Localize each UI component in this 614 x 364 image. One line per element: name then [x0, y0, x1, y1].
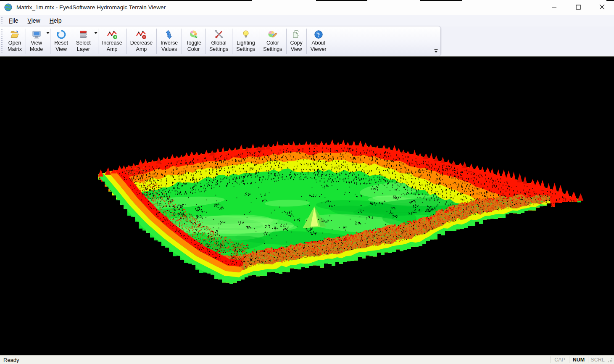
toolbar-separator [156, 29, 157, 54]
screen-edge-artifact [0, 0, 252, 1]
status-indicator-cap: CAP [550, 356, 569, 363]
about-viewer-icon: ? [314, 29, 324, 40]
decrease-amp-icon [136, 29, 147, 40]
minimize-button[interactable] [542, 0, 566, 15]
open-matrix-button[interactable]: OpenMatrix [4, 26, 25, 56]
toolbar-separator [232, 29, 232, 54]
toolbar-button-label: Settings [263, 46, 282, 53]
maximize-icon [576, 4, 581, 11]
inverse-values-button[interactable]: InverseValues [157, 26, 181, 56]
status-indicators: CAPNUMSCRL [550, 356, 614, 364]
menu-items: FileViewHelp [4, 16, 66, 26]
global-settings-icon [214, 29, 224, 40]
menu-item-help[interactable]: Help [45, 16, 66, 26]
window-title: Matrix_1m.mtx - Eye4Software Hydromagic … [16, 4, 166, 11]
copy-view-button[interactable]: CopyView [287, 26, 306, 56]
status-indicator-num: NUM [569, 356, 588, 363]
toolbar-button-label: Matrix [8, 46, 22, 53]
toolbar-button-label: Mode [30, 46, 43, 53]
toolbar-button-label: Amp [107, 46, 118, 53]
menu-item-view[interactable]: View [23, 16, 45, 26]
lighting-settings-icon [241, 29, 251, 40]
lighting-settings-button[interactable]: LightingSettings [233, 26, 258, 56]
toolbar-button-label: Global [211, 40, 227, 46]
toolbar-separator [26, 29, 26, 54]
resize-grip-icon[interactable] [607, 356, 614, 364]
minimize-icon [552, 4, 557, 11]
toolbar-button-label: View [55, 46, 67, 53]
toggle-color-button[interactable]: ToggleColor [182, 26, 205, 56]
maximize-button[interactable] [566, 0, 590, 15]
toolbar-separator [182, 29, 182, 54]
view-mode-icon [32, 29, 42, 40]
toolbar-button-label: Settings [236, 46, 255, 53]
screen-edge-artifact [316, 0, 367, 1]
toolbar-button-label: Decrease [130, 40, 153, 46]
globe-icon [4, 3, 13, 12]
screen-edge-artifact [420, 0, 462, 1]
toolbar-overflow-icon[interactable] [433, 48, 439, 54]
open-matrix-icon [10, 29, 20, 40]
status-message: Ready [0, 357, 19, 363]
toolbar-button-label: Reset [54, 40, 68, 46]
decrease-amp-button[interactable]: DecreaseAmp [127, 26, 156, 56]
toolbar-button-label: View [291, 46, 302, 53]
menu-bar: FileViewHelp [0, 15, 614, 26]
toolbar-button-label: Lighting [237, 40, 255, 46]
reset-view-button[interactable]: ResetView [51, 26, 71, 56]
copy-view-icon [291, 29, 301, 40]
close-button[interactable] [590, 0, 614, 15]
status-bar: Ready CAPNUMSCRL [0, 355, 614, 364]
menu-item-file[interactable]: File [4, 16, 23, 26]
select-layer-icon [78, 29, 88, 40]
about-viewer-button[interactable]: ?AboutViewer [307, 26, 330, 56]
terrain-3d-view[interactable] [0, 57, 614, 355]
increase-amp-button[interactable]: IncreaseAmp [99, 26, 126, 56]
svg-text:?: ? [317, 31, 320, 37]
toolbar-separator [205, 29, 206, 54]
inverse-values-icon [164, 29, 174, 40]
toolbar-separator [306, 29, 307, 54]
toolbar-separator [259, 29, 259, 54]
status-indicator-scrl: SCRL [588, 356, 607, 363]
increase-amp-icon [107, 29, 118, 40]
toolbar-button-label: Values [161, 46, 177, 53]
window-controls [542, 0, 614, 15]
toolbar-button-label: Settings [209, 46, 228, 53]
toolbar-button-label: Select [76, 40, 91, 46]
toolbar-separator [50, 29, 50, 54]
toggle-color-icon [189, 29, 199, 40]
toolbar-button-label: Viewer [311, 46, 327, 53]
title-bar[interactable]: Matrix_1m.mtx - Eye4Software Hydromagic … [0, 0, 614, 15]
toolbar-button-label: Inverse [161, 40, 178, 46]
select-layer-button[interactable]: SelectLayer [73, 26, 98, 56]
close-icon [599, 4, 605, 11]
toolbar-panel: OpenMatrixViewModeResetViewSelectLayerIn… [0, 26, 440, 56]
toolbar-button-label: View [31, 40, 42, 46]
toolbar-separator [286, 29, 287, 54]
toolbar-button-label: About [311, 40, 325, 46]
toolbar-button-label: Increase [102, 40, 122, 46]
view-mode-button[interactable]: ViewMode [26, 26, 50, 56]
menubar-drag-grip[interactable] [1, 17, 3, 24]
toolbar-separator [126, 29, 126, 54]
toolbar-button-label: Copy [290, 40, 303, 46]
toolbar-button-label: Color [266, 40, 279, 46]
dropdown-arrow-icon[interactable] [94, 32, 98, 34]
screen-edge-artifact [606, 0, 614, 1]
toolbar-button-label: Color [187, 46, 200, 53]
global-settings-button[interactable]: GlobalSettings [206, 26, 232, 56]
toolbar-drag-grip[interactable] [1, 29, 3, 53]
dropdown-arrow-icon[interactable] [46, 32, 50, 34]
terrain-viewport [0, 57, 614, 355]
toolbar-button-label: Amp [136, 46, 147, 53]
color-settings-icon [267, 29, 278, 40]
toolbar: OpenMatrixViewModeResetViewSelectLayerIn… [0, 26, 614, 57]
toolbar-button-label: Layer [77, 46, 90, 53]
toolbar-buttons: OpenMatrixViewModeResetViewSelectLayerIn… [4, 26, 330, 56]
color-settings-button[interactable]: ColorSettings [260, 26, 285, 56]
toolbar-separator [72, 29, 72, 54]
toolbar-button-label: Open [8, 40, 21, 46]
toolbar-button-label: Toggle [186, 40, 201, 46]
reset-view-icon [56, 29, 66, 40]
